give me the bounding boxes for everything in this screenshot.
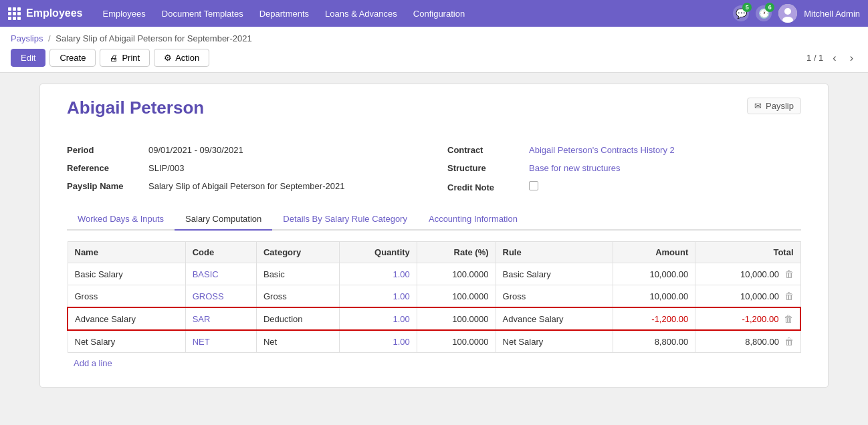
avatar[interactable]: [778, 4, 797, 23]
menu-item-employees[interactable]: Employees: [96, 5, 152, 23]
top-navigation: Employees Employees Document Templates D…: [0, 0, 868, 27]
reference-field: Reference SLIP/003: [67, 163, 421, 173]
cell-rate: 100.0000: [417, 285, 496, 308]
cell-rule: Gross: [496, 285, 613, 308]
action-button[interactable]: ⚙ Action: [154, 49, 209, 67]
payslip-name-field: Payslip Name Salary Slip of Abigail Pete…: [67, 181, 421, 192]
period-field: Period 09/01/2021 - 09/30/2021: [67, 145, 421, 155]
cell-rate: 100.0000: [417, 330, 496, 353]
cell-name: Net Salary: [68, 330, 185, 353]
col-name: Name: [68, 242, 185, 263]
delete-row-icon[interactable]: 🗑: [784, 336, 794, 347]
reference-value: SLIP/003: [148, 163, 185, 173]
structure-value[interactable]: Base for new structures: [529, 163, 621, 173]
cell-rule: Basic Salary: [496, 263, 613, 285]
delete-row-icon[interactable]: 🗑: [784, 313, 793, 324]
cell-total: 8,800.00 🗑: [695, 330, 800, 353]
delete-row-icon[interactable]: 🗑: [784, 269, 794, 279]
cell-quantity[interactable]: 1.00: [340, 307, 417, 330]
reference-label: Reference: [67, 163, 140, 173]
prev-page-button[interactable]: ‹: [829, 51, 840, 65]
table-row: Gross GROSS Gross 1.00 100.0000 Gross 10…: [68, 285, 800, 308]
clock-notification[interactable]: 🕐 6: [756, 5, 772, 21]
menu-item-configuration[interactable]: Configuration: [407, 5, 471, 23]
app-logo[interactable]: Employees: [8, 7, 82, 20]
cell-quantity[interactable]: 1.00: [340, 330, 417, 353]
tabs: Worked Days & Inputs Salary Computation …: [67, 208, 801, 231]
menu-item-loans-advances[interactable]: Loans & Advances: [318, 5, 404, 23]
structure-label: Structure: [447, 163, 521, 173]
breadcrumb-separator: /: [48, 33, 51, 43]
menu-item-departments[interactable]: Departments: [253, 5, 316, 23]
app-title: Employees: [26, 7, 82, 19]
svg-point-1: [784, 8, 791, 15]
breadcrumb-parent[interactable]: Payslips: [11, 33, 43, 43]
cell-quantity[interactable]: 1.00: [340, 263, 417, 285]
tab-accounting-information[interactable]: Accounting Information: [418, 208, 528, 231]
contract-label: Contract: [447, 145, 521, 155]
print-button[interactable]: 🖨 Print: [100, 49, 150, 67]
period-value: 09/01/2021 - 09/30/2021: [148, 145, 243, 155]
add-line-button[interactable]: Add a line: [67, 353, 119, 374]
user-name: Mitchell Admin: [804, 9, 860, 19]
credit-note-label: Credit Note: [447, 182, 521, 192]
tab-details-salary-rule[interactable]: Details By Salary Rule Category: [272, 208, 418, 231]
employee-name: Abigail Peterson: [67, 98, 204, 118]
tab-salary-computation[interactable]: Salary Computation: [175, 208, 272, 231]
col-total: Total: [695, 242, 800, 263]
delete-row-icon[interactable]: 🗑: [784, 291, 794, 301]
cell-total: -1,200.00 🗑: [695, 307, 800, 330]
clock-count: 6: [765, 3, 774, 12]
cell-rate: 100.0000: [417, 307, 496, 330]
breadcrumb-bar: Payslips / Salary Slip of Abigail Peters…: [0, 27, 868, 73]
salary-computation-table: Name Code Category Quantity Rate (%) Rul…: [67, 241, 801, 353]
content-wrapper: Abigail Peterson ✉ Payslip Period 09/01/…: [0, 84, 868, 425]
cell-category: Deduction: [256, 307, 339, 330]
cell-amount: -1,200.00: [613, 307, 695, 330]
grid-icon: [8, 7, 21, 20]
cell-category: Gross: [256, 285, 339, 308]
credit-note-checkbox[interactable]: [529, 181, 538, 190]
cell-code[interactable]: GROSS: [185, 285, 256, 308]
credit-note-field: Credit Note: [447, 181, 801, 192]
contract-value[interactable]: Abigail Peterson's Contracts History 2: [529, 145, 675, 155]
edit-button[interactable]: Edit: [11, 49, 45, 67]
message-notification[interactable]: 💬 5: [733, 5, 749, 21]
cell-rule: Net Salary: [496, 330, 613, 353]
col-code: Code: [185, 242, 256, 263]
contract-field: Contract Abigail Peterson's Contracts Hi…: [447, 145, 801, 155]
breadcrumb-current: Salary Slip of Abigail Peterson for Sept…: [56, 33, 251, 43]
payslip-name-value: Salary Slip of Abigail Peterson for Sept…: [148, 181, 344, 191]
topnav-right: 💬 5 🕐 6 Mitchell Admin: [733, 4, 860, 23]
cell-code[interactable]: SAR: [185, 307, 256, 330]
payslip-top: Abigail Peterson ✉ Payslip: [67, 98, 801, 132]
table-row: Net Salary NET Net 1.00 100.0000 Net Sal…: [68, 330, 800, 353]
cell-rate: 100.0000: [417, 263, 496, 285]
period-label: Period: [67, 145, 140, 155]
create-button[interactable]: Create: [49, 49, 96, 67]
pagination: 1 / 1 ‹ ›: [806, 51, 857, 65]
form-grid: Period 09/01/2021 - 09/30/2021 Contract …: [67, 145, 801, 192]
toolbar: Edit Create 🖨 Print ⚙ Action 1 / 1 ‹ ›: [11, 49, 857, 72]
cell-name: Advance Salary: [68, 307, 185, 330]
gear-icon: ⚙: [164, 53, 172, 63]
envelope-icon: ✉: [754, 101, 762, 111]
payslip-name-label: Payslip Name: [67, 181, 140, 191]
print-icon: 🖨: [110, 53, 118, 63]
next-page-button[interactable]: ›: [846, 51, 857, 65]
menu-item-document-templates[interactable]: Document Templates: [155, 5, 250, 23]
payslip-tag: ✉ Payslip: [747, 98, 801, 114]
col-rate: Rate (%): [417, 242, 496, 263]
cell-rule: Advance Salary: [496, 307, 613, 330]
col-category: Category: [256, 242, 339, 263]
tab-worked-days[interactable]: Worked Days & Inputs: [67, 208, 175, 231]
table-row: Basic Salary BASIC Basic 1.00 100.0000 B…: [68, 263, 800, 285]
cell-name: Gross: [68, 285, 185, 308]
cell-code[interactable]: NET: [185, 330, 256, 353]
cell-code[interactable]: BASIC: [185, 263, 256, 285]
cell-name: Basic Salary: [68, 263, 185, 285]
cell-quantity[interactable]: 1.00: [340, 285, 417, 308]
structure-field: Structure Base for new structures: [447, 163, 801, 173]
cell-amount: 8,800.00: [613, 330, 695, 353]
main-content: Abigail Peterson ✉ Payslip Period 09/01/…: [39, 84, 829, 388]
